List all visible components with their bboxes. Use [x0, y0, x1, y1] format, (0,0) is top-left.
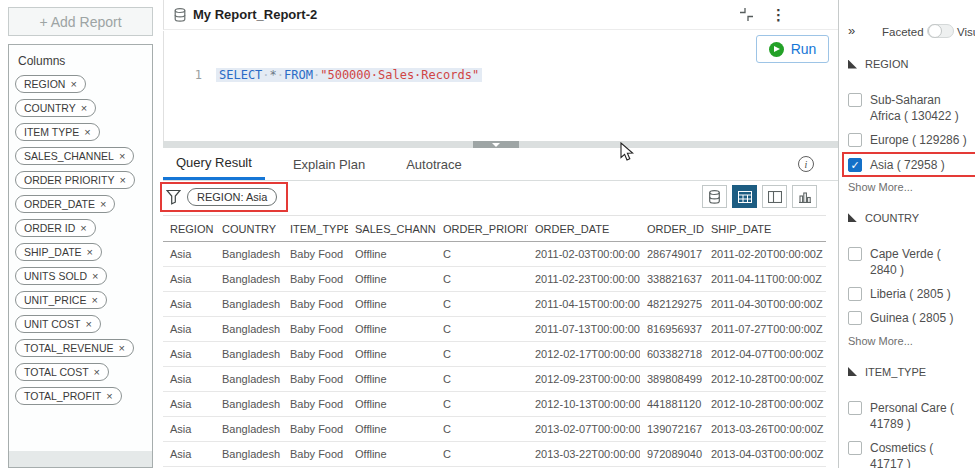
table-cell: Baby Food — [283, 242, 348, 267]
column-pill[interactable]: TOTAL COST× — [15, 363, 109, 381]
table-row[interactable]: AsiaBangladeshBaby FoodOfflineC2012-10-1… — [163, 392, 826, 417]
table-row[interactable]: AsiaBangladeshBaby FoodOfflineC2012-02-1… — [163, 342, 826, 367]
column-header[interactable]: REGION — [163, 216, 215, 242]
info-icon[interactable]: i — [798, 156, 814, 172]
column-pill[interactable]: UNIT_PRICE× — [15, 291, 107, 309]
column-pill[interactable]: UNIT COST× — [15, 315, 101, 333]
remove-icon[interactable]: × — [119, 151, 125, 162]
facet-item[interactable]: Cosmetics ( 41717 ) — [848, 440, 974, 468]
toggle-knob[interactable] — [928, 24, 942, 38]
facet-section-header-region[interactable]: REGION — [848, 58, 974, 70]
tab-explain-plan[interactable]: Explain Plan — [280, 148, 378, 180]
faceted-visual-toggle[interactable] — [927, 24, 954, 38]
table-row[interactable]: AsiaBangladeshBaby FoodOfflineC2013-03-2… — [163, 442, 826, 467]
remove-icon[interactable]: × — [100, 199, 106, 210]
column-header[interactable]: ITEM_TYPE — [283, 216, 348, 242]
checkbox-unchecked[interactable] — [848, 311, 862, 325]
split-view-button[interactable] — [762, 185, 787, 208]
single-record-view-button[interactable] — [702, 185, 727, 208]
column-pill[interactable]: SHIP_DATE× — [15, 243, 102, 261]
remove-icon[interactable]: × — [119, 175, 125, 186]
table-cell: 2011-07-27T00:00:00Z — [704, 317, 826, 342]
column-pill[interactable]: TOTAL_PROFIT× — [15, 387, 122, 405]
column-header[interactable]: ORDER_ID — [640, 216, 704, 242]
facet-item-label: Europe ( 129286 ) — [870, 132, 967, 148]
checkbox-unchecked[interactable] — [848, 247, 862, 261]
column-pill[interactable]: COUNTRY× — [15, 99, 96, 117]
column-pill[interactable]: ORDER_DATE× — [15, 195, 115, 213]
facet-section-header-country[interactable]: COUNTRY — [848, 212, 974, 224]
checkbox-unchecked[interactable] — [848, 401, 862, 415]
column-pill[interactable]: ORDER PRIORITY× — [15, 171, 135, 189]
tab-query-result[interactable]: Query Result — [163, 148, 265, 180]
facet-item[interactable]: Cape Verde ( 2840 ) — [848, 246, 974, 278]
remove-icon[interactable]: × — [87, 247, 93, 258]
column-pill[interactable]: TOTAL_REVENUE× — [15, 339, 134, 357]
table-row[interactable]: AsiaBangladeshBaby FoodOfflineC2011-07-1… — [163, 317, 826, 342]
sql-editor[interactable]: Run 1 SELECT·*·FROM·"500000·Sales·Record… — [163, 31, 838, 141]
sql-statement[interactable]: SELECT·*·FROM·"500000·Sales·Records" — [216, 68, 482, 82]
column-header[interactable]: SHIP_DATE — [704, 216, 826, 242]
facet-item[interactable]: Sub-Saharan Africa ( 130422 ) — [848, 92, 974, 124]
collapse-panel-icon[interactable] — [739, 7, 754, 22]
splitter-collapse-handle[interactable] — [473, 141, 519, 148]
remove-icon[interactable]: × — [70, 79, 76, 90]
sql-code-row[interactable]: 1 SELECT·*·FROM·"500000·Sales·Records" — [164, 68, 482, 82]
add-report-button[interactable]: + Add Report — [8, 7, 153, 36]
filter-funnel-icon[interactable] — [166, 189, 181, 205]
column-pill[interactable]: UNITS SOLD× — [15, 267, 107, 285]
table-cell: 2011-04-30T00:00:00Z — [704, 292, 826, 317]
facet-item[interactable]: Guinea ( 2805 ) — [848, 310, 974, 326]
editor-results-splitter[interactable] — [163, 141, 838, 148]
columns-panel: Columns REGION×COUNTRY×ITEM TYPE×SALES_C… — [8, 44, 153, 468]
facet-item[interactable]: Personal Care ( 41789 ) — [848, 400, 974, 432]
column-header[interactable]: ORDER_DATE — [528, 216, 640, 242]
show-more-link[interactable]: Show More... — [848, 335, 913, 347]
remove-icon[interactable]: × — [81, 103, 87, 114]
facet-item[interactable]: Liberia ( 2805 ) — [848, 286, 974, 302]
facet-item[interactable]: ✓Asia ( 72958 ) — [848, 157, 974, 173]
checkbox-unchecked[interactable] — [848, 133, 862, 147]
filter-chip-region-asia[interactable]: REGION: Asia — [187, 188, 277, 206]
checkbox-unchecked[interactable] — [848, 287, 862, 301]
menu-kebab-icon[interactable]: ⋮ — [771, 6, 786, 24]
remove-icon[interactable]: × — [92, 271, 98, 282]
column-pill-label: ORDER ID — [24, 222, 75, 234]
table-row[interactable]: AsiaBangladeshBaby FoodOfflineC2011-02-0… — [163, 242, 826, 267]
table-cell: Offline — [348, 392, 436, 417]
sql-workshop-app: + Add Report Columns REGION×COUNTRY×ITEM… — [0, 0, 975, 468]
column-pill[interactable]: ITEM TYPE× — [15, 123, 100, 141]
checkbox-checked[interactable]: ✓ — [848, 158, 862, 172]
remove-icon[interactable]: × — [84, 127, 90, 138]
remove-icon[interactable]: × — [85, 319, 91, 330]
collapse-facets-icon[interactable]: » — [848, 23, 856, 38]
checkbox-unchecked[interactable] — [848, 93, 862, 107]
column-pill[interactable]: ORDER ID× — [15, 219, 96, 237]
run-button[interactable]: Run — [756, 35, 829, 63]
remove-icon[interactable]: × — [80, 223, 86, 234]
facet-item[interactable]: Europe ( 129286 ) — [848, 132, 974, 148]
column-header[interactable]: COUNTRY — [215, 216, 283, 242]
remove-icon[interactable]: × — [94, 367, 100, 378]
table-cell: Asia — [163, 317, 215, 342]
column-pill[interactable]: REGION× — [15, 75, 86, 93]
show-more-link[interactable]: Show More... — [848, 181, 913, 193]
table-cell: Bangladesh — [215, 267, 283, 292]
remove-icon[interactable]: × — [91, 295, 97, 306]
grid-view-button[interactable] — [732, 185, 757, 208]
filter-annotation-box: REGION: Asia — [160, 182, 288, 212]
column-header[interactable]: SALES_CHANNEL — [348, 216, 436, 242]
chart-view-button[interactable] — [792, 185, 817, 208]
table-row[interactable]: AsiaBangladeshBaby FoodOfflineC2011-04-1… — [163, 292, 826, 317]
facet-section-header-item_type[interactable]: ITEM_TYPE — [848, 366, 974, 378]
table-row[interactable]: AsiaBangladeshBaby FoodOfflineC2012-09-2… — [163, 367, 826, 392]
line-number: 1 — [164, 68, 216, 82]
remove-icon[interactable]: × — [106, 391, 112, 402]
column-pill[interactable]: SALES_CHANNEL× — [15, 147, 134, 165]
table-row[interactable]: AsiaBangladeshBaby FoodOfflineC2011-02-2… — [163, 267, 826, 292]
remove-icon[interactable]: × — [118, 343, 124, 354]
checkbox-unchecked[interactable] — [848, 441, 862, 455]
table-row[interactable]: AsiaBangladeshBaby FoodOfflineC2013-02-0… — [163, 417, 826, 442]
column-header[interactable]: ORDER_PRIORITY — [436, 216, 528, 242]
tab-autotrace[interactable]: Autotrace — [393, 148, 475, 180]
